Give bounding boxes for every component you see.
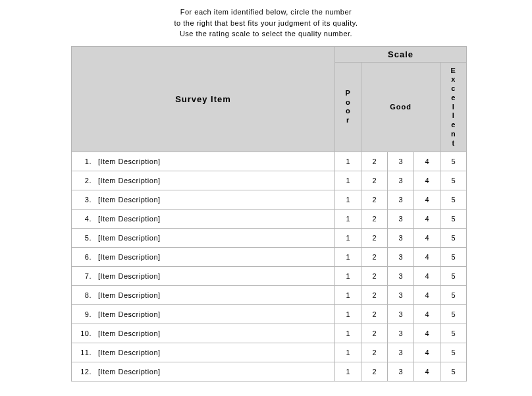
instructions-block: For each item identified below, circle t… bbox=[0, 7, 532, 40]
rating-option[interactable]: 1 bbox=[335, 305, 361, 324]
rating-option[interactable]: 3 bbox=[388, 286, 414, 305]
rating-option[interactable]: 5 bbox=[440, 362, 467, 382]
table-row: 10.[Item Description]12345 bbox=[72, 324, 467, 343]
rating-option[interactable]: 4 bbox=[414, 286, 440, 305]
rating-option[interactable]: 2 bbox=[361, 362, 388, 382]
rating-option[interactable]: 5 bbox=[440, 286, 467, 305]
item-description: [Item Description] bbox=[98, 349, 161, 356]
item-description: [Item Description] bbox=[98, 253, 161, 261]
rating-option[interactable]: 1 bbox=[335, 362, 361, 382]
rating-option[interactable]: 2 bbox=[361, 190, 388, 210]
item-cell: 1.[Item Description] bbox=[72, 152, 335, 171]
rating-option[interactable]: 1 bbox=[335, 190, 361, 210]
rating-option[interactable]: 1 bbox=[335, 324, 361, 343]
rating-option[interactable]: 2 bbox=[361, 248, 388, 267]
rating-option[interactable]: 4 bbox=[414, 305, 440, 324]
rating-option[interactable]: 4 bbox=[414, 171, 440, 190]
item-description: [Item Description] bbox=[98, 291, 161, 299]
rating-option[interactable]: 3 bbox=[388, 190, 414, 210]
item-description: [Item Description] bbox=[98, 196, 161, 204]
table-row: 7.[Item Description]12345 bbox=[72, 267, 467, 286]
rating-option[interactable]: 5 bbox=[440, 229, 467, 248]
rating-option[interactable]: 5 bbox=[440, 210, 467, 229]
item-number: 1. bbox=[76, 157, 92, 165]
rating-option[interactable]: 1 bbox=[335, 267, 361, 286]
rating-option[interactable]: 5 bbox=[440, 248, 467, 267]
item-number: 11. bbox=[76, 349, 92, 356]
item-description: [Item Description] bbox=[98, 272, 161, 280]
item-cell: 9.[Item Description] bbox=[72, 305, 335, 324]
rating-option[interactable]: 5 bbox=[440, 343, 467, 362]
rating-option[interactable]: 2 bbox=[361, 171, 388, 190]
item-cell: 7.[Item Description] bbox=[72, 267, 335, 286]
rating-option[interactable]: 3 bbox=[388, 210, 414, 229]
table-row: 2.[Item Description]12345 bbox=[72, 171, 467, 190]
rating-option[interactable]: 3 bbox=[388, 267, 414, 286]
rating-option[interactable]: 3 bbox=[388, 171, 414, 190]
rating-option[interactable]: 4 bbox=[414, 229, 440, 248]
item-description: [Item Description] bbox=[98, 329, 161, 337]
item-number: 10. bbox=[76, 329, 92, 337]
rating-option[interactable]: 5 bbox=[440, 171, 467, 190]
rating-option[interactable]: 4 bbox=[414, 324, 440, 343]
rating-option[interactable]: 5 bbox=[440, 267, 467, 286]
rating-option[interactable]: 4 bbox=[414, 190, 440, 210]
item-number: 12. bbox=[76, 368, 92, 376]
rating-option[interactable]: 4 bbox=[414, 362, 440, 382]
rating-option[interactable]: 3 bbox=[388, 229, 414, 248]
rating-option[interactable]: 5 bbox=[440, 324, 467, 343]
rating-option[interactable]: 2 bbox=[361, 152, 388, 171]
rating-option[interactable]: 5 bbox=[440, 190, 467, 210]
rating-option[interactable]: 2 bbox=[361, 267, 388, 286]
item-cell: 2.[Item Description] bbox=[72, 171, 335, 190]
header-good: Good bbox=[361, 62, 440, 152]
item-number: 9. bbox=[76, 310, 92, 318]
item-number: 3. bbox=[76, 196, 92, 204]
rating-option[interactable]: 2 bbox=[361, 324, 388, 343]
rating-option[interactable]: 1 bbox=[335, 210, 361, 229]
rating-option[interactable]: 5 bbox=[440, 152, 467, 171]
rating-option[interactable]: 2 bbox=[361, 305, 388, 324]
item-cell: 8.[Item Description] bbox=[72, 286, 335, 305]
rating-option[interactable]: 2 bbox=[361, 343, 388, 362]
rating-option[interactable]: 3 bbox=[388, 305, 414, 324]
instructions-line-3: Use the rating scale to select the quali… bbox=[0, 28, 532, 40]
instructions-line-1: For each item identified below, circle t… bbox=[0, 7, 532, 18]
rating-option[interactable]: 1 bbox=[335, 286, 361, 305]
rating-option[interactable]: 3 bbox=[388, 362, 414, 382]
item-cell: 5.[Item Description] bbox=[72, 229, 335, 248]
rating-option[interactable]: 4 bbox=[414, 267, 440, 286]
rating-option[interactable]: 5 bbox=[440, 305, 467, 324]
table-row: 5.[Item Description]12345 bbox=[72, 229, 467, 248]
item-number: 5. bbox=[76, 234, 92, 242]
item-number: 7. bbox=[76, 272, 92, 280]
item-cell: 3.[Item Description] bbox=[72, 190, 335, 210]
rating-option[interactable]: 2 bbox=[361, 210, 388, 229]
rating-option[interactable]: 1 bbox=[335, 171, 361, 190]
rating-option[interactable]: 1 bbox=[335, 152, 361, 171]
table-row: 8.[Item Description]12345 bbox=[72, 286, 467, 305]
rating-option[interactable]: 1 bbox=[335, 229, 361, 248]
item-cell: 4.[Item Description] bbox=[72, 210, 335, 229]
table-row: 4.[Item Description]12345 bbox=[72, 210, 467, 229]
item-cell: 6.[Item Description] bbox=[72, 248, 335, 267]
header-survey-item: Survey Item bbox=[72, 46, 335, 152]
table-row: 11.[Item Description]12345 bbox=[72, 343, 467, 362]
rating-option[interactable]: 4 bbox=[414, 248, 440, 267]
rating-option[interactable]: 4 bbox=[414, 210, 440, 229]
rating-option[interactable]: 3 bbox=[388, 324, 414, 343]
rating-option[interactable]: 3 bbox=[388, 248, 414, 267]
item-number: 8. bbox=[76, 291, 92, 299]
item-number: 4. bbox=[76, 215, 92, 223]
rating-option[interactable]: 1 bbox=[335, 248, 361, 267]
rating-option[interactable]: 3 bbox=[388, 343, 414, 362]
rating-option[interactable]: 1 bbox=[335, 343, 361, 362]
header-scale: Scale bbox=[335, 46, 467, 62]
item-description: [Item Description] bbox=[98, 368, 161, 376]
rating-option[interactable]: 3 bbox=[388, 152, 414, 171]
rating-option[interactable]: 4 bbox=[414, 343, 440, 362]
item-description: [Item Description] bbox=[98, 157, 161, 165]
rating-option[interactable]: 2 bbox=[361, 229, 388, 248]
rating-option[interactable]: 2 bbox=[361, 286, 388, 305]
rating-option[interactable]: 4 bbox=[414, 152, 440, 171]
